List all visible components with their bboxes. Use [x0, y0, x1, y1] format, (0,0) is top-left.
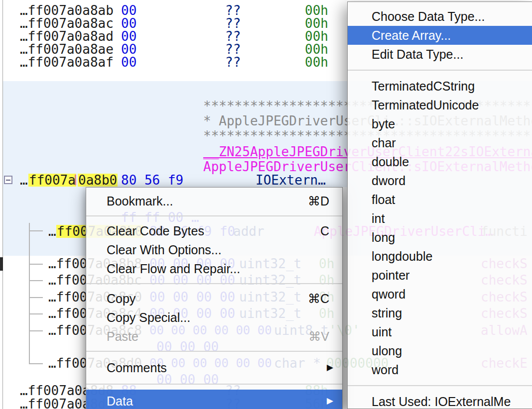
listing-field: 00	[121, 4, 136, 17]
menu-item-int[interactable]: int	[348, 209, 532, 228]
listing-field: …	[20, 174, 28, 187]
menu-item-terminatedunicode[interactable]: TerminatedUnicode	[348, 96, 532, 114]
menu-item-label: word	[372, 363, 399, 377]
menu-item-label: int	[372, 211, 385, 225]
menu-item-label: qword	[372, 287, 405, 301]
listing-field: ??	[225, 56, 241, 69]
menu-item-char[interactable]: char	[348, 133, 532, 152]
menu-item-longdouble[interactable]: longdouble	[348, 247, 532, 266]
menu-item-label: longdouble	[372, 249, 432, 263]
menu-item-uint[interactable]: uint	[348, 322, 532, 341]
menu-item-label: Choose Data Type...	[372, 9, 485, 23]
listing-field: ??	[225, 4, 241, 17]
listing-field: 00	[121, 17, 136, 30]
listing-field: IOExtern…	[256, 174, 326, 187]
listing-field: ??	[225, 30, 241, 43]
menu-item-dword[interactable]: dword	[348, 171, 532, 190]
menu-item-label: Comments	[107, 361, 167, 375]
menu-item-copy[interactable]: Copy⌘C	[86, 289, 342, 308]
menu-item-label: Create Array...	[372, 28, 451, 42]
menu-item-label: Clear With Options...	[107, 243, 222, 257]
menu-item-label: Bookmark...	[107, 194, 173, 208]
menu-item-label: uint	[372, 325, 392, 339]
menu-item-label: string	[372, 306, 402, 320]
listing-field: ??	[225, 43, 241, 56]
menu-item-clear-with-options[interactable]: Clear With Options...	[86, 240, 342, 259]
menu-item-copy-special[interactable]: Copy Special...	[86, 308, 342, 327]
menu-separator	[86, 351, 342, 352]
listing-field: …ff007a0a8ae	[20, 43, 114, 56]
menu-shortcut: ⌘D	[308, 192, 329, 210]
ghidra-listing-screen: …ff007a0a8ab00??00h…ff007a0a8ac00??00h…f…	[0, 0, 532, 409]
menu-item-label: Paste	[107, 329, 138, 343]
menu-item-clear-flow-and-repair[interactable]: Clear Flow and Repair...	[86, 259, 342, 278]
menu-shortcut: ⌘C	[308, 289, 329, 308]
menu-item-label: ulong	[372, 344, 402, 358]
menu-item-choose-data-type[interactable]: Choose Data Type...	[348, 7, 532, 26]
listing-field: …ff007a0a8ad	[20, 30, 114, 43]
menu-item-edit-data-type[interactable]: Edit Data Type...	[348, 45, 532, 64]
menu-item-byte[interactable]: byte	[348, 114, 532, 133]
menu-item-word[interactable]: word	[348, 360, 532, 379]
menu-item-create-array[interactable]: Create Array...	[348, 26, 532, 45]
menu-item-pointer[interactable]: pointer	[348, 266, 532, 285]
menu-item-label: char	[372, 136, 396, 150]
menu-item-last-used-ioexternalme[interactable]: Last Used: IOExternalMe	[348, 392, 532, 409]
listing-field: …ff007a0a8ac	[20, 17, 114, 30]
listing-field: 00	[121, 30, 136, 43]
menu-item-label: Edit Data Type...	[372, 47, 463, 61]
menu-item-label: TerminatedCString	[372, 79, 475, 93]
menu-item-label: pointer	[372, 268, 409, 282]
listing-field: 00h	[305, 4, 328, 17]
menu-item-label: Last Used: IOExternalMe	[372, 395, 511, 409]
menu-item-float[interactable]: float	[348, 190, 532, 209]
menu-item-qword[interactable]: qword	[348, 285, 532, 304]
menu-separator	[348, 70, 532, 71]
listing-field: 00	[121, 56, 136, 69]
listing-field: ??	[225, 17, 241, 30]
cursor-caret	[75, 175, 76, 185]
menu-item-label: long	[372, 230, 395, 244]
listing-field: 00h	[305, 30, 328, 43]
menu-shortcut: ⌘V	[308, 327, 329, 346]
submenu-arrow-icon: ▶	[327, 357, 333, 379]
menu-item-label: dword	[372, 174, 405, 188]
menu-item-double[interactable]: double	[348, 152, 532, 171]
menu-item-terminatedcstring[interactable]: TerminatedCString	[348, 77, 532, 96]
menu-separator	[348, 385, 532, 386]
menu-item-label: Copy Special...	[107, 310, 190, 324]
menu-item-label: Clear Code Bytes	[107, 224, 204, 238]
menu-separator	[86, 283, 342, 284]
menu-separator	[86, 215, 342, 216]
context-menu: Bookmark...⌘DClear Code BytesCClear With…	[86, 187, 343, 409]
collapse-toggle-icon[interactable]	[4, 176, 12, 184]
listing-field: …ff007a0a8ab	[20, 4, 114, 17]
menu-item-label: TerminatedUnicode	[372, 98, 479, 112]
menu-item-long[interactable]: long	[348, 228, 532, 247]
menu-item-comments[interactable]: Comments▶	[86, 357, 342, 379]
listing-field: 00h	[305, 43, 328, 56]
data-submenu: Choose Data Type...Create Array...Edit D…	[347, 1, 532, 409]
menu-item-label: Copy	[107, 292, 135, 306]
listing-field: 0a8b0	[78, 174, 118, 187]
menu-item-label: double	[372, 155, 409, 169]
listing-field: …ff007a0a8af	[20, 56, 114, 69]
menu-item-label: Data	[107, 394, 133, 408]
menu-item-ulong[interactable]: ulong	[348, 341, 532, 360]
listing-field: 00	[121, 43, 136, 56]
menu-item-clear-code-bytes[interactable]: Clear Code BytesC	[86, 221, 342, 240]
listing-field: 80 56 f9	[121, 174, 183, 187]
listing-field: …	[48, 225, 56, 238]
listing-field: 00h	[305, 56, 328, 69]
menu-item-label: Clear Flow and Repair...	[107, 262, 240, 276]
menu-item-bookmark[interactable]: Bookmark...⌘D	[86, 192, 342, 210]
listing-field: 00h	[305, 17, 328, 30]
menu-item-label: float	[372, 193, 395, 206]
menu-item-string[interactable]: string	[348, 304, 532, 322]
menu-item-paste: Paste⌘V	[86, 327, 342, 346]
submenu-arrow-icon: ▶	[327, 390, 333, 409]
menu-separator	[86, 384, 342, 385]
listing-field: ff007a	[28, 174, 76, 187]
menu-item-data[interactable]: Data▶	[86, 390, 342, 409]
menu-shortcut: C	[320, 221, 329, 240]
